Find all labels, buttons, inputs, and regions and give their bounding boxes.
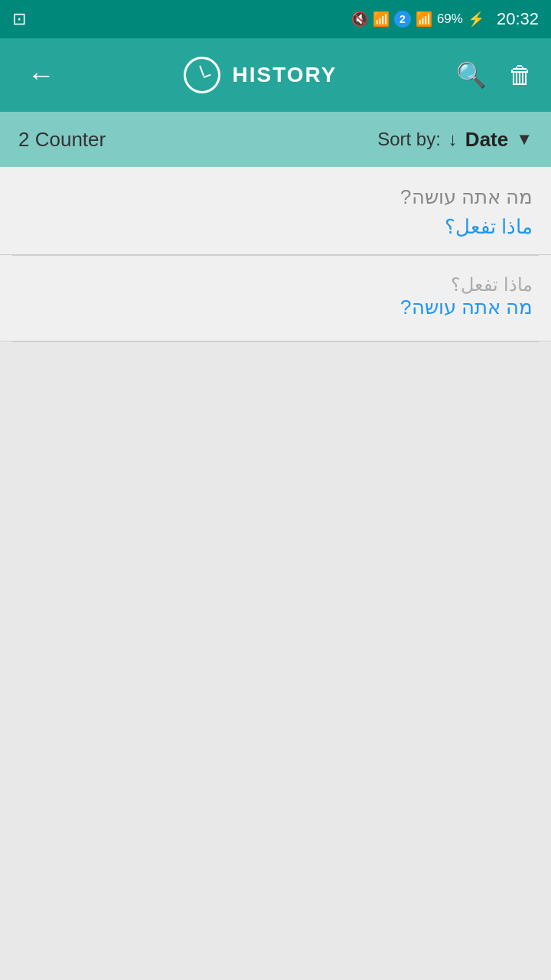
- list-item[interactable]: מה אתה עושה? ماذا تفعل؟: [0, 167, 551, 255]
- wifi-icon: 📶: [373, 11, 390, 28]
- back-button[interactable]: ←: [18, 59, 64, 91]
- battery-icon: ⚡: [468, 11, 484, 28]
- item-secondary-text: ماذا تفعل؟: [18, 215, 533, 239]
- status-bar: ⊡ 🔇 📶 2 📶 69% ⚡ 20:32: [0, 0, 551, 38]
- status-icons: 🔇 📶 2 📶 69% ⚡: [351, 11, 484, 28]
- search-button[interactable]: 🔍: [456, 60, 487, 90]
- dropdown-icon[interactable]: ▼: [516, 129, 533, 149]
- item-secondary-text: מה אתה עושה?: [18, 296, 533, 319]
- sort-arrow-icon: ↓: [448, 129, 458, 150]
- app-bar: ← HISTORY 🔍 🗑: [0, 38, 551, 112]
- counter-label: 2 Counter: [18, 128, 106, 152]
- divider: [12, 341, 539, 342]
- sort-value: Date: [465, 128, 508, 152]
- sort-by-label: Sort by:: [377, 129, 441, 150]
- app-bar-title: HISTORY: [233, 63, 337, 87]
- sort-control[interactable]: Sort by: ↓ Date ▼: [377, 128, 533, 152]
- list-item[interactable]: ماذا تفعل؟ מה אתה עושה?: [0, 256, 551, 341]
- battery-text: 69%: [437, 11, 463, 27]
- clock-icon: [184, 57, 220, 93]
- history-list: מה אתה עושה? ماذا تفعل؟ ماذا تفعل؟ מה את…: [0, 167, 551, 342]
- delete-button[interactable]: 🗑: [508, 61, 533, 90]
- filter-bar: 2 Counter Sort by: ↓ Date ▼: [0, 112, 551, 167]
- item-primary-text: מה אתה עושה?: [18, 185, 533, 209]
- signal-icon: 📶: [416, 11, 432, 28]
- app-bar-actions: 🔍 🗑: [456, 60, 533, 90]
- mute-icon: 🔇: [351, 11, 368, 28]
- app-bar-center: HISTORY: [64, 57, 456, 93]
- notification-badge: 2: [394, 11, 411, 28]
- screenshot-icon: ⊡: [12, 9, 26, 29]
- item-primary-text: ماذا تفعل؟: [18, 274, 533, 296]
- status-time: 20:32: [497, 9, 539, 29]
